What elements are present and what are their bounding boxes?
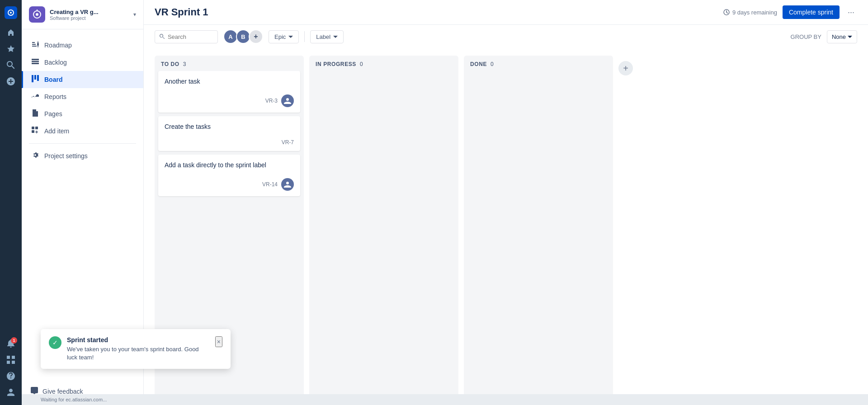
sidebar-item-backlog-label: Backlog: [44, 59, 67, 66]
column-done-header: DONE 0: [464, 56, 613, 71]
project-avatar: [29, 6, 45, 23]
card-vr14-id: VR-14: [262, 181, 278, 188]
sidebar-item-add-item-label: Add item: [44, 127, 69, 135]
column-done: DONE 0: [464, 56, 613, 398]
grid-rail-icon[interactable]: [4, 353, 18, 367]
column-in-progress: IN PROGRESS 0: [309, 56, 458, 398]
topbar-right: 9 days remaining Complete sprint ···: [723, 5, 857, 19]
sidebar-item-backlog[interactable]: Backlog: [22, 54, 143, 71]
nav-divider: [29, 143, 136, 144]
card-vr7-footer: VR-7: [165, 139, 294, 146]
status-text: Waiting for ec.atlassian.com...: [41, 397, 107, 402]
column-in-progress-body: [309, 71, 458, 75]
topbar: VR Sprint 1 9 days remaining Complete sp…: [144, 0, 868, 25]
epic-chevron-icon: [288, 34, 293, 39]
column-todo-header: TO DO 3: [155, 56, 304, 71]
label-filter-label: Label: [316, 33, 330, 40]
column-done-body: [464, 71, 613, 75]
avatar-group: A B +: [223, 29, 263, 44]
add-column-button[interactable]: +: [618, 56, 637, 398]
create-rail-icon[interactable]: [4, 74, 18, 89]
notifications-icon[interactable]: 1: [4, 336, 18, 351]
more-options-button[interactable]: ···: [845, 6, 857, 19]
filter-bar: A B + Epic Label GROUP BY None: [144, 25, 868, 48]
card-vr7[interactable]: Create the tasks VR-7: [158, 116, 300, 151]
sidebar-item-board-label: Board: [44, 76, 62, 83]
search-rail-icon[interactable]: [4, 58, 18, 72]
sidebar-item-pages-label: Pages: [44, 110, 62, 118]
sidebar-item-project-settings[interactable]: Project settings: [22, 147, 143, 165]
group-by-value: None: [832, 33, 846, 40]
notification-badge: 1: [11, 337, 17, 344]
home-icon[interactable]: [4, 25, 18, 40]
toast-close-button[interactable]: ×: [215, 336, 222, 347]
help-icon[interactable]: [4, 369, 18, 383]
toast-title: Sprint started: [67, 336, 210, 344]
card-vr14-footer: VR-14: [165, 178, 294, 191]
project-type: Software project: [50, 15, 129, 21]
profile-icon[interactable]: [4, 385, 18, 400]
column-in-progress-header: IN PROGRESS 0: [309, 56, 458, 71]
sidebar-nav: Roadmap Backlog Board Reports Pages: [22, 29, 143, 377]
svg-point-2: [10, 12, 12, 14]
reports-icon: [31, 92, 40, 101]
column-done-count: 0: [491, 61, 494, 67]
time-remaining: 9 days remaining: [723, 9, 777, 16]
column-todo-body: Another task VR-3 Create the tasks VR-7: [155, 71, 304, 200]
svg-point-4: [36, 13, 38, 16]
card-vr7-title: Create the tasks: [165, 122, 294, 132]
card-vr14[interactable]: Add a task directly to the sprint label …: [158, 155, 300, 196]
sidebar-item-reports[interactable]: Reports: [22, 88, 143, 105]
column-in-progress-count: 0: [360, 61, 363, 67]
group-by-chevron-icon: [848, 34, 852, 39]
svg-rect-6: [32, 127, 34, 129]
icon-rail: 1: [0, 0, 22, 405]
sidebar-item-add-item[interactable]: Add item: [22, 122, 143, 140]
project-dropdown-chevron[interactable]: ▾: [133, 11, 136, 18]
epic-filter-button[interactable]: Epic: [269, 30, 299, 43]
svg-rect-8: [35, 127, 38, 129]
card-vr7-id: VR-7: [282, 139, 294, 146]
group-by-select[interactable]: None: [827, 30, 857, 43]
project-info: Creating a VR g... Software project: [50, 9, 129, 21]
backlog-icon: [31, 58, 40, 67]
toast-content: Sprint started We've taken you to your t…: [67, 336, 210, 362]
filter-divider: [304, 31, 305, 42]
search-box-icon: [160, 33, 165, 40]
label-chevron-icon: [333, 34, 338, 39]
search-input[interactable]: [168, 33, 213, 40]
settings-icon: [31, 151, 40, 160]
card-vr3-title: Another task: [165, 77, 294, 86]
pages-icon: [31, 109, 40, 118]
sidebar-header: Creating a VR g... Software project ▾: [22, 0, 143, 29]
sidebar-item-roadmap[interactable]: Roadmap: [22, 37, 143, 54]
sidebar-item-roadmap-label: Roadmap: [44, 42, 72, 49]
toast-notification: ✓ Sprint started We've taken you to your…: [41, 329, 231, 369]
board: TO DO 3 Another task VR-3 Create the tas…: [144, 48, 868, 405]
card-vr14-avatar: [281, 178, 294, 191]
column-todo-count: 3: [183, 61, 186, 67]
card-vr3[interactable]: Another task VR-3: [158, 71, 300, 113]
add-avatar-button[interactable]: +: [249, 29, 263, 44]
epic-filter-label: Epic: [274, 33, 286, 40]
sidebar-item-board[interactable]: Board: [22, 71, 143, 88]
time-remaining-text: 9 days remaining: [732, 9, 777, 16]
app-logo[interactable]: [4, 5, 18, 20]
column-todo-title: TO DO: [161, 61, 179, 67]
card-vr3-avatar: [281, 94, 294, 107]
toast-success-icon: ✓: [49, 336, 61, 349]
main-content: VR Sprint 1 9 days remaining Complete sp…: [144, 0, 868, 405]
clock-icon: [723, 9, 730, 15]
project-name: Creating a VR g...: [50, 9, 129, 15]
star-icon[interactable]: [4, 42, 18, 56]
label-filter-button[interactable]: Label: [310, 30, 344, 43]
column-in-progress-title: IN PROGRESS: [316, 61, 356, 67]
toast-message: We've taken you to your team's sprint bo…: [67, 345, 210, 362]
sidebar-item-project-settings-label: Project settings: [44, 152, 88, 160]
sidebar-item-pages[interactable]: Pages: [22, 105, 143, 122]
board-icon: [31, 75, 40, 84]
column-done-title: DONE: [470, 61, 487, 67]
card-vr14-title: Add a task directly to the sprint label: [165, 161, 294, 170]
search-box: [155, 30, 218, 43]
complete-sprint-button[interactable]: Complete sprint: [783, 5, 840, 19]
